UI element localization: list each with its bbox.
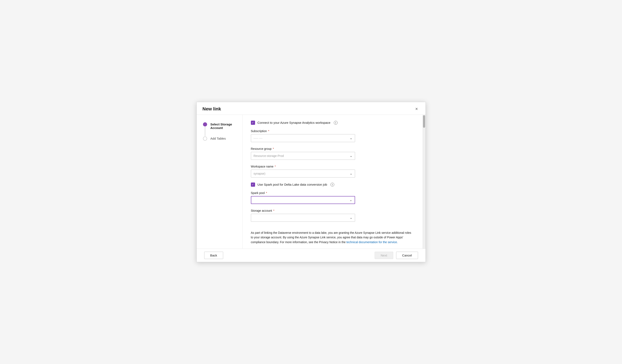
step-line-1 xyxy=(205,127,205,136)
step-add-tables: Add Tables xyxy=(203,136,236,141)
workspace-name-form-group: Workspace name * synapse) ⌄ xyxy=(251,165,413,177)
spark-pool-checkbox-row: ✓ Use Spark pool for Delta Lake data con… xyxy=(251,183,413,187)
storage-account-form-group: Storage account * ⌄ xyxy=(251,209,413,222)
subscription-dropdown[interactable]: ······ ···· ⌄ xyxy=(251,134,355,142)
scrollbar-thumb[interactable] xyxy=(423,115,425,128)
resource-group-value: Resource-storage-Prod xyxy=(253,154,284,157)
main-content: ✓ Connect to your Azure Synapse Analytic… xyxy=(243,115,423,249)
resource-group-dropdown[interactable]: Resource-storage-Prod ⌄ xyxy=(251,152,355,160)
step-circle-1 xyxy=(203,122,207,126)
close-button[interactable]: × xyxy=(414,106,420,112)
connect-synapse-checkmark: ✓ xyxy=(252,121,254,124)
resource-group-required-star: * xyxy=(272,147,274,151)
subscription-chevron-icon: ⌄ xyxy=(350,136,352,140)
scrollbar-track[interactable] xyxy=(423,115,426,249)
workspace-name-chevron-icon: ⌄ xyxy=(350,172,352,175)
next-button[interactable]: Next xyxy=(375,252,393,259)
spark-pool-checkbox[interactable]: ✓ xyxy=(251,183,255,187)
workspace-name-dropdown[interactable]: synapse) ⌄ xyxy=(251,170,355,177)
workspace-name-required-star: * xyxy=(274,165,276,168)
subscription-label: Subscription * xyxy=(251,129,413,133)
spark-pool-info-icon[interactable]: i xyxy=(330,183,334,187)
dialog-header: New link × xyxy=(197,102,426,115)
step-connector-col-1 xyxy=(203,122,208,136)
subscription-value: ······ ···· xyxy=(253,136,263,140)
connect-synapse-info-icon[interactable]: i xyxy=(334,121,338,125)
connect-synapse-row: ✓ Connect to your Azure Synapse Analytic… xyxy=(251,121,413,125)
disclaimer-text: As part of linking the Dataverse environ… xyxy=(251,230,413,244)
dialog-body: Select Storage Account Add Tables ✓ Conn… xyxy=(197,115,426,249)
workspace-name-value: synapse) xyxy=(253,172,266,175)
main-scrollable-area: ✓ Connect to your Azure Synapse Analytic… xyxy=(243,115,426,249)
step-circle-2 xyxy=(203,136,207,141)
new-link-dialog: New link × Select Storage Account Add Ta… xyxy=(196,102,426,262)
connect-synapse-label: Connect to your Azure Synapse Analytics … xyxy=(257,121,330,124)
sidebar: Select Storage Account Add Tables xyxy=(197,115,243,249)
spark-pool-form-group: Spark pool * ⌄ xyxy=(251,191,413,204)
resource-group-chevron-icon: ⌄ xyxy=(350,154,352,158)
step-select-storage: Select Storage Account xyxy=(203,122,236,136)
resource-group-form-group: Resource group * Resource-storage-Prod ⌄ xyxy=(251,147,413,160)
dialog-title: New link xyxy=(203,106,221,112)
subscription-group: Subscription * ······ ···· ⌄ xyxy=(251,129,413,142)
step-label-select-storage: Select Storage Account xyxy=(211,122,236,130)
spark-pool-checkbox-label: Use Spark pool for Delta Lake data conve… xyxy=(257,183,327,186)
dialog-footer: Back Next Cancel xyxy=(197,249,426,262)
back-button[interactable]: Back xyxy=(204,252,223,259)
spark-pool-chevron-icon: ⌄ xyxy=(350,198,352,202)
storage-account-chevron-icon: ⌄ xyxy=(350,216,352,220)
spark-pool-label: Spark pool * xyxy=(251,191,413,195)
spark-pool-dropdown[interactable]: ⌄ xyxy=(251,196,355,204)
disclaimer-link[interactable]: technical documentation for the service. xyxy=(346,240,398,244)
storage-account-required-star: * xyxy=(272,209,274,212)
workspace-name-label: Workspace name * xyxy=(251,165,413,168)
storage-account-dropdown[interactable]: ⌄ xyxy=(251,214,355,222)
spark-pool-checkmark: ✓ xyxy=(252,183,254,186)
connect-synapse-checkbox[interactable]: ✓ xyxy=(251,121,255,125)
cancel-button[interactable]: Cancel xyxy=(396,252,418,259)
step-label-add-tables: Add Tables xyxy=(211,136,226,140)
subscription-required-star: * xyxy=(267,129,269,133)
resource-group-label: Resource group * xyxy=(251,147,413,151)
storage-account-label: Storage account * xyxy=(251,209,413,212)
spark-pool-required-star: * xyxy=(265,191,267,195)
step-connector-col-2 xyxy=(203,136,208,141)
